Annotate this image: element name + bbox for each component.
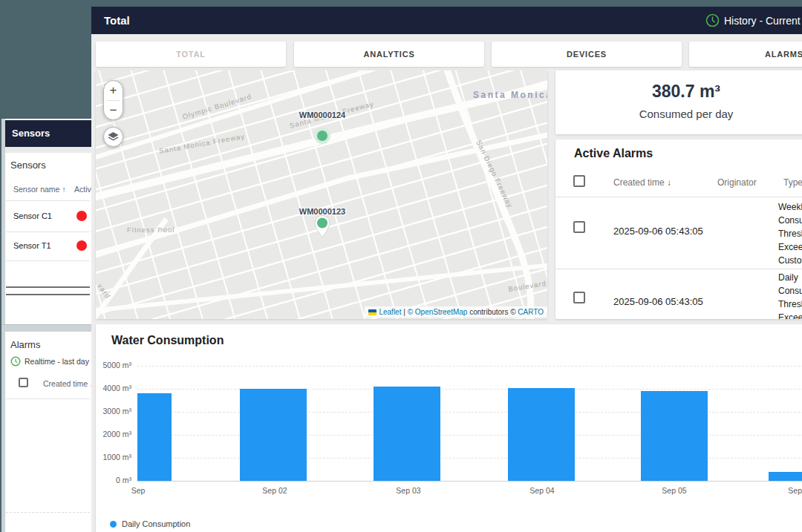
sensors-panel-title: Sensors xyxy=(10,160,46,171)
sensors-window-titlebar[interactable]: Sensors xyxy=(5,120,91,147)
y-axis-tick: 3000 m³ xyxy=(96,407,131,416)
active-alarms-title: Active Alarms xyxy=(574,147,653,160)
timewindow-label: Realtime - last day xyxy=(25,357,89,366)
alarm-created-time: 2025-09-06 05:43:05 xyxy=(613,296,703,307)
alarm-row[interactable]: 2025-09-06 05:43:05 Daily Consumption Th… xyxy=(555,269,802,319)
map-tiles: Olympic Boulevard Santa Monica Freeway S… xyxy=(96,70,547,319)
bar-sep[interactable] xyxy=(137,393,172,481)
active-alarms-widget: Active Alarms Created time ↓ Originator … xyxy=(555,139,802,319)
select-all-checkbox[interactable] xyxy=(19,378,28,387)
tab-analytics[interactable]: ANALYTICS xyxy=(294,42,484,67)
sensor-inactive-dot xyxy=(76,240,87,251)
alarm-type: Daily Consumption Threshold Exceeded xyxy=(778,271,801,319)
tab-devices[interactable]: DEVICES xyxy=(492,42,682,67)
openstreetmap-link[interactable]: © OpenStreetMap xyxy=(408,308,468,316)
bar-sep-02[interactable] xyxy=(240,389,307,481)
column-header-sensor-name[interactable]: Sensor name ↑ xyxy=(13,185,66,194)
map-marker-label: WM0000124 xyxy=(278,111,367,119)
x-axis-tick: Sep 05 xyxy=(648,486,700,495)
sensor-row[interactable]: Sensor T1 xyxy=(1,232,91,260)
clock-icon xyxy=(705,13,720,27)
leaflet-link[interactable]: Leaflet xyxy=(379,308,401,316)
city-label: Santa Monica xyxy=(473,90,547,100)
sensor-inactive-dot xyxy=(76,211,87,221)
bar-sep-06[interactable] xyxy=(769,472,802,481)
zoom-out-button[interactable]: − xyxy=(104,101,123,120)
dashboard-title: Total xyxy=(104,7,130,34)
divider xyxy=(6,398,90,399)
alarm-row[interactable]: 2025-09-06 05:43:05 Weekly Consumption T… xyxy=(555,197,802,269)
map-widget[interactable]: Olympic Boulevard Santa Monica Freeway S… xyxy=(96,70,547,319)
bar-sep-05[interactable] xyxy=(641,391,708,481)
alarms-timewindow-button[interactable]: Realtime - last day xyxy=(10,356,89,367)
dashboard-header: Total History - Current xyxy=(91,7,802,34)
map-zoom-control: + − xyxy=(103,80,123,120)
consumption-label: Consumed per day xyxy=(555,108,802,120)
gridline xyxy=(137,481,802,482)
water-consumption-widget: Water Consumption 0 m³1000 m³2000 m³3000… xyxy=(96,324,802,532)
sensor-name: Sensor C1 xyxy=(13,211,52,220)
y-axis-tick: 0 m³ xyxy=(96,476,131,485)
sensors-window-toolbar xyxy=(5,147,91,153)
carto-link[interactable]: CARTO xyxy=(518,308,544,316)
y-axis-tick: 1000 m³ xyxy=(96,453,131,462)
column-header-created-time[interactable]: Created time ↓ xyxy=(613,177,671,188)
bar-sep-04[interactable] xyxy=(508,388,575,481)
x-axis-tick: Sep 06 xyxy=(775,486,802,495)
desktop: Sensors Sensors Sensor name ↑ Active Sen… xyxy=(0,0,802,532)
y-axis-tick: 4000 m³ xyxy=(96,384,131,393)
tab-alarms[interactable]: ALARMS xyxy=(689,42,802,67)
sensors-window: Sensors Sensors Sensor name ↑ Active Sen… xyxy=(1,119,91,532)
divider xyxy=(6,512,90,513)
timewindow-label: History - Current xyxy=(724,15,801,27)
row-checkbox[interactable] xyxy=(573,221,585,233)
alarm-created-time: 2025-09-06 05:43:05 xyxy=(613,226,703,237)
ukraine-flag-icon xyxy=(368,309,376,315)
sort-desc-icon: ↓ xyxy=(667,177,671,188)
legend-dot-icon xyxy=(110,521,117,528)
gridline xyxy=(137,389,802,390)
bar-chart-plot: 0 m³1000 m³2000 m³3000 m³4000 m³5000 m³S… xyxy=(96,324,802,502)
zoom-in-button[interactable]: + xyxy=(104,81,123,100)
layers-icon xyxy=(108,132,119,142)
alarm-type: Weekly Consumption Threshold Exceeded Cu… xyxy=(778,200,801,267)
x-axis-tick: Sep 04 xyxy=(516,486,568,495)
column-header-created-time[interactable]: Created time ↓ xyxy=(43,379,94,388)
clock-icon xyxy=(10,356,21,367)
x-axis-tick: Sep xyxy=(112,486,164,495)
sensor-name: Sensor T1 xyxy=(13,241,51,250)
x-axis-tick: Sep 02 xyxy=(249,486,301,495)
sort-asc-icon: ↑ xyxy=(62,185,65,194)
column-header-type[interactable]: Type xyxy=(783,177,802,188)
map-marker-wm0000124[interactable] xyxy=(317,131,327,141)
sensor-row[interactable]: Sensor C1 xyxy=(1,201,91,231)
alarms-panel-title: Alarms xyxy=(10,339,40,350)
column-header-originator[interactable]: Originator xyxy=(717,177,757,188)
attribution-text: contributors © xyxy=(469,308,515,316)
timewindow-button[interactable]: History - Current xyxy=(705,7,801,34)
select-all-checkbox[interactable] xyxy=(573,175,585,187)
horizontal-scrollbar[interactable] xyxy=(6,286,90,295)
bar-sep-03[interactable] xyxy=(374,387,440,481)
consumed-per-day-widget: 380.7 m³ Consumed per day xyxy=(555,70,802,134)
tab-total[interactable]: TOTAL xyxy=(96,42,286,67)
legend-label: Daily Consumption xyxy=(122,519,190,528)
map-marker-wm0000123[interactable] xyxy=(313,214,332,239)
poi-label: Fitness Pool xyxy=(127,226,175,234)
dashboard-window: Total History - Current TOTAL ANALYTICS … xyxy=(91,7,802,532)
row-checkbox[interactable] xyxy=(573,292,585,303)
y-axis-tick: 2000 m³ xyxy=(96,430,131,439)
y-axis-tick: 5000 m³ xyxy=(96,361,131,370)
consumption-value: 380.7 m³ xyxy=(555,82,802,102)
map-attribution: Leaflet | © OpenStreetMap contributors ©… xyxy=(365,306,547,318)
divider xyxy=(6,260,90,261)
map-layers-button[interactable] xyxy=(103,127,123,147)
x-axis-tick: Sep 03 xyxy=(382,486,434,495)
widget-separator xyxy=(1,324,91,332)
chart-legend[interactable]: Daily Consumption xyxy=(110,519,190,528)
gridline xyxy=(137,366,802,367)
